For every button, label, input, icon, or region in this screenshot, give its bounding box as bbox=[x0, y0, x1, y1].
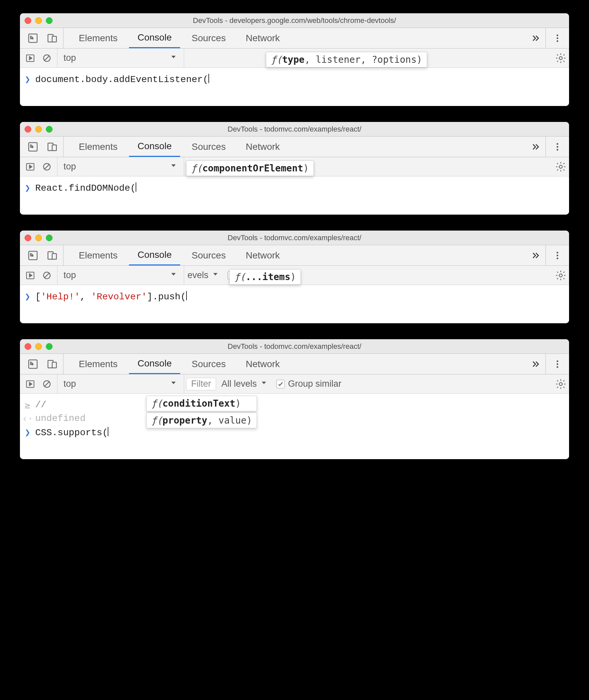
svg-point-31 bbox=[557, 363, 558, 365]
close-icon[interactable] bbox=[25, 343, 31, 350]
overflow-tabs-icon[interactable] bbox=[526, 28, 546, 48]
device-toggle-icon[interactable] bbox=[46, 358, 58, 370]
console-input-row[interactable]: ❯CSS.supports( bbox=[20, 426, 569, 439]
overflow-tabs-icon[interactable] bbox=[526, 136, 546, 157]
tab-label: Console bbox=[138, 250, 172, 260]
context-select[interactable]: top bbox=[57, 161, 184, 172]
hint-prefix: ƒ( bbox=[234, 272, 246, 282]
close-icon[interactable] bbox=[25, 126, 31, 132]
toggle-drawer-icon[interactable] bbox=[25, 379, 35, 389]
hint-prefix: ƒ( bbox=[271, 54, 282, 65]
console-body[interactable]: ƒ(type, listener, ?options)❯document.bod… bbox=[20, 68, 569, 106]
settings-gear-icon[interactable] bbox=[551, 161, 567, 172]
inspect-icon[interactable] bbox=[27, 141, 38, 152]
tab-network[interactable]: Network bbox=[237, 136, 288, 157]
tab-label: Network bbox=[246, 250, 280, 261]
kebab-menu-icon[interactable] bbox=[546, 28, 569, 48]
tab-elements[interactable]: Elements bbox=[70, 245, 126, 266]
maximize-icon[interactable] bbox=[46, 235, 52, 241]
context-select[interactable]: top bbox=[57, 52, 184, 63]
inspect-icon[interactable] bbox=[27, 358, 38, 370]
tab-console[interactable]: Console bbox=[129, 28, 181, 48]
close-icon[interactable] bbox=[25, 17, 31, 24]
tab-console[interactable]: Console bbox=[129, 354, 181, 374]
svg-rect-2 bbox=[52, 36, 56, 42]
tab-network[interactable]: Network bbox=[237, 354, 288, 374]
tab-label: Console bbox=[138, 141, 172, 151]
hint-active-arg: componentOrElement bbox=[202, 163, 303, 174]
code-text[interactable]: CSS.supports( bbox=[35, 427, 109, 438]
settings-gear-icon[interactable] bbox=[551, 378, 567, 390]
overflow-tabs-icon[interactable] bbox=[526, 245, 546, 266]
settings-gear-icon[interactable] bbox=[551, 270, 567, 281]
device-toggle-icon[interactable] bbox=[46, 141, 58, 152]
console-body[interactable]: ƒ(...items)❯['Help!', 'Revolver'].push( bbox=[20, 285, 569, 323]
kebab-menu-icon[interactable] bbox=[546, 245, 569, 266]
filter-input[interactable]: Filter bbox=[186, 378, 216, 390]
console-body[interactable]: ƒ(componentOrElement)❯React.findDOMNode( bbox=[20, 177, 569, 215]
toggle-drawer-icon[interactable] bbox=[25, 271, 35, 280]
tab-console[interactable]: Console bbox=[129, 245, 181, 266]
tab-label: Network bbox=[246, 359, 280, 369]
code-text[interactable]: ['Help!', 'Revolver'].push( bbox=[35, 291, 187, 302]
tab-elements[interactable]: Elements bbox=[70, 28, 126, 48]
hint-rest: ) bbox=[290, 272, 296, 282]
context-select[interactable]: top bbox=[57, 270, 184, 281]
console-input-row[interactable]: ❯['Help!', 'Revolver'].push( bbox=[20, 290, 569, 303]
minimize-icon[interactable] bbox=[35, 126, 42, 132]
kebab-menu-icon[interactable] bbox=[546, 354, 569, 374]
tab-sources[interactable]: Sources bbox=[183, 245, 234, 266]
code-text[interactable]: React.findDOMNode( bbox=[35, 183, 136, 194]
minimize-icon[interactable] bbox=[35, 343, 42, 350]
inspect-icon[interactable] bbox=[27, 33, 38, 44]
tab-label: Sources bbox=[191, 250, 226, 261]
svg-point-26 bbox=[559, 274, 562, 277]
clear-console-icon[interactable] bbox=[42, 379, 52, 389]
svg-point-3 bbox=[557, 34, 558, 36]
tab-sources[interactable]: Sources bbox=[183, 136, 234, 157]
tab-label: Console bbox=[138, 358, 172, 369]
hint-rest: , value) bbox=[207, 415, 252, 426]
console-body[interactable]: ƒ(conditionText)ƒ(property, value)≥//‹·u… bbox=[20, 394, 569, 459]
hint-active-arg: ...items bbox=[246, 272, 290, 282]
context-select[interactable]: top bbox=[57, 378, 184, 389]
svg-point-14 bbox=[557, 149, 558, 150]
maximize-icon[interactable] bbox=[46, 17, 52, 24]
window-title: DevTools - todomvc.com/examples/react/ bbox=[20, 234, 569, 242]
minimize-icon[interactable] bbox=[35, 17, 42, 24]
group-similar-checkbox[interactable] bbox=[276, 380, 285, 388]
svg-point-21 bbox=[557, 252, 558, 253]
console-input-row[interactable]: ❯React.findDOMNode( bbox=[20, 181, 569, 195]
maximize-icon[interactable] bbox=[46, 343, 52, 350]
tab-list: ElementsConsoleSourcesNetwork bbox=[70, 136, 288, 157]
signature-hint-row: ƒ(componentOrElement) bbox=[186, 160, 314, 176]
tab-network[interactable]: Network bbox=[237, 245, 288, 266]
group-similar-label: Group similar bbox=[288, 379, 342, 389]
toggle-drawer-icon[interactable] bbox=[25, 162, 35, 172]
kebab-menu-icon[interactable] bbox=[546, 136, 569, 157]
clear-console-icon[interactable] bbox=[42, 53, 52, 63]
settings-gear-icon[interactable] bbox=[551, 52, 567, 64]
toggle-drawer-icon[interactable] bbox=[25, 53, 35, 63]
maximize-icon[interactable] bbox=[46, 126, 52, 132]
inspect-icon[interactable] bbox=[27, 250, 38, 261]
clear-console-icon[interactable] bbox=[42, 162, 52, 172]
device-toggle-icon[interactable] bbox=[46, 250, 58, 261]
tab-network[interactable]: Network bbox=[237, 28, 288, 48]
tab-elements[interactable]: Elements bbox=[70, 354, 126, 374]
code-text[interactable]: document.body.addEventListener( bbox=[35, 74, 209, 85]
code-segment: ].push( bbox=[147, 292, 186, 302]
log-levels-select[interactable]: evels bbox=[184, 270, 223, 281]
tab-console[interactable]: Console bbox=[129, 136, 181, 157]
minimize-icon[interactable] bbox=[35, 235, 42, 241]
close-icon[interactable] bbox=[25, 235, 31, 241]
console-input-row[interactable]: ❯document.body.addEventListener( bbox=[20, 72, 569, 86]
code-segment: [ bbox=[35, 292, 41, 302]
tab-sources[interactable]: Sources bbox=[183, 354, 234, 374]
tab-sources[interactable]: Sources bbox=[183, 28, 234, 48]
log-levels-select[interactable]: All levels bbox=[218, 378, 271, 389]
clear-console-icon[interactable] bbox=[42, 271, 52, 280]
tab-elements[interactable]: Elements bbox=[70, 136, 126, 157]
device-toggle-icon[interactable] bbox=[46, 33, 58, 44]
overflow-tabs-icon[interactable] bbox=[526, 354, 546, 374]
